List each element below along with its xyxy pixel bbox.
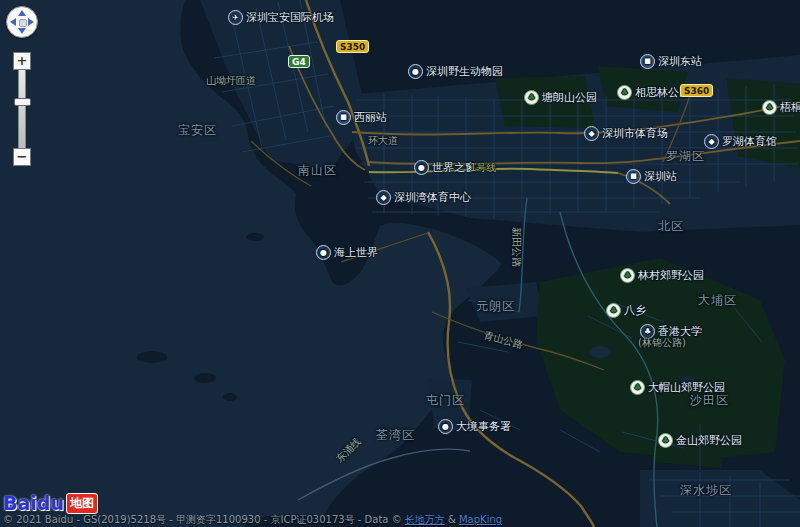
map-label-road: 新田公路 (511, 227, 521, 267)
zoom-in-button[interactable]: + (13, 52, 31, 70)
pan-right-arrow[interactable] (28, 18, 34, 26)
zoom-slider-track[interactable] (18, 70, 26, 148)
map-label-district: 南山区 (298, 164, 337, 176)
map-label-road: 东涌线 (334, 436, 362, 464)
map-label-poi[interactable]: ◆深圳市体育场 (584, 126, 668, 141)
map-label-district: 元朗区 (476, 300, 515, 312)
poi-icon: ● (438, 419, 453, 434)
pan-up-arrow[interactable] (18, 10, 26, 16)
map-label-road: 环大道 (368, 136, 398, 146)
poi-label-text: 深圳湾体育中心 (394, 192, 471, 203)
map-label-park[interactable]: ♣塘朗山公园 (524, 90, 597, 105)
district-label-text: 罗湖区 (666, 150, 705, 162)
tree-icon: ♣ (524, 90, 539, 105)
tree-icon: ♣ (620, 268, 635, 283)
map-label-park[interactable]: ♣八乡 (606, 303, 646, 318)
map-label-district: 沙田区 (690, 394, 729, 406)
poi-label-text: 海上世界 (334, 247, 378, 258)
poi-icon: ● (414, 160, 429, 175)
map-label-poi[interactable]: ◆深圳湾体育中心 (376, 190, 471, 205)
park-label-text: 塘朗山公园 (542, 92, 597, 103)
tree-icon: ♣ (606, 303, 621, 318)
park-label-text: 林村郊野公园 (638, 270, 704, 281)
park-label-text: 金山郊野公园 (676, 435, 742, 446)
pan-center-button[interactable] (19, 19, 27, 27)
poi-label-text: 罗湖体育馆 (722, 136, 777, 147)
map-label-poi[interactable]: ●深圳野生动物园 (408, 64, 503, 79)
map-label-road: (林锦公路) (638, 338, 686, 348)
metro-label-text: 1号线 (470, 163, 496, 173)
map-label-district: 荃湾区 (376, 429, 415, 441)
changdiwanfang-link[interactable]: 长地万方 (405, 514, 445, 525)
road-shield-S350: S350 (336, 40, 369, 53)
map-label-station[interactable]: ■西丽站 (336, 110, 387, 125)
poi-label-text: 深圳宝安国际机场 (246, 12, 334, 23)
road-shield-S360: S360 (680, 84, 713, 97)
district-label-text: 元朗区 (476, 300, 515, 312)
map-label-district: 深水埗区 (680, 484, 732, 496)
poi-label-text: 大境事务署 (456, 421, 511, 432)
pan-left-arrow[interactable] (10, 18, 16, 26)
stadium-icon: ◆ (704, 134, 719, 149)
train-icon: ■ (640, 54, 655, 69)
map-label-district: 罗湖区 (666, 150, 705, 162)
poi-label-text: 深圳野生动物园 (426, 66, 503, 77)
map-label-station[interactable]: ■深圳站 (626, 169, 677, 184)
attribution-separator: & (445, 514, 459, 525)
stadium-icon: ◆ (584, 126, 599, 141)
pan-down-arrow[interactable] (18, 28, 26, 34)
map-label-park[interactable]: ♣林村郊野公园 (620, 268, 704, 283)
road-label-text: 新田公路 (511, 227, 521, 267)
map-label-poi[interactable]: ●世界之窗 (414, 160, 476, 175)
map-label-station[interactable]: ■深圳东站 (640, 54, 702, 69)
tree-icon: ♣ (630, 380, 645, 395)
park-label-text: 八乡 (624, 305, 646, 316)
map-labels-layer: ✈深圳宝安国际机场山坳圩匝道■西丽站●深圳野生动物园♣塘朗山公园♣相思林公园■深… (0, 0, 800, 527)
poi-label-text: 香港大学 (658, 326, 702, 337)
poi-label-text: 深圳市体育场 (602, 128, 668, 139)
baidu-map-badge: 地图 (66, 493, 98, 514)
station-label-text: 深圳站 (644, 171, 677, 182)
zoom-slider-thumb[interactable] (14, 98, 31, 106)
plane-icon: ✈ (228, 10, 243, 25)
map-label-district: 大埔区 (698, 294, 737, 306)
map-label-park[interactable]: ♣梧桐 (762, 100, 800, 115)
mapking-link[interactable]: MapKing (459, 514, 502, 525)
map-label-poi[interactable]: ✈深圳宝安国际机场 (228, 10, 334, 25)
district-label-text: 沙田区 (690, 394, 729, 406)
map-label-road: 山坳圩匝道 (206, 76, 256, 86)
baidu-logo[interactable]: Baidu 地图 (3, 492, 98, 514)
road-label-text: (林锦公路) (638, 338, 686, 348)
district-label-text: 大埔区 (698, 294, 737, 306)
station-label-text: 西丽站 (354, 112, 387, 123)
baidu-wordmark: Baidu (3, 492, 64, 514)
map-label-district: 北区 (658, 220, 684, 232)
train-icon: ■ (336, 110, 351, 125)
road-shield-G4: G4 (288, 55, 310, 68)
road-label-text: 青山公路 (483, 330, 524, 350)
train-icon: ■ (626, 169, 641, 184)
tree-icon: ♣ (617, 85, 632, 100)
map-label-poi[interactable]: ●海上世界 (316, 245, 378, 260)
district-label-text: 南山区 (298, 164, 337, 176)
copyright-text: © 2021 Baidu - GS(2019)5218号 - 甲测资字11009… (3, 514, 405, 525)
station-label-text: 深圳东站 (658, 56, 702, 67)
tree-icon: ♣ (762, 100, 777, 115)
road-label-text: 东涌线 (334, 436, 362, 464)
park-label-text: 梧桐 (780, 102, 800, 113)
map-label-park[interactable]: ♣金山郊野公园 (658, 433, 742, 448)
map-label-metro: 1号线 (470, 163, 496, 173)
park-label-text: 大帽山郊野公园 (648, 382, 725, 393)
map-label-district: 屯门区 (426, 394, 465, 406)
district-label-text: 宝安区 (178, 124, 217, 136)
map-label-poi[interactable]: ●大境事务署 (438, 419, 511, 434)
road-label-text: 山坳圩匝道 (206, 76, 256, 86)
poi-icon: ● (408, 64, 423, 79)
map-label-road: 青山公路 (483, 330, 524, 350)
zoom-out-button[interactable]: − (13, 148, 31, 166)
map-canvas[interactable]: ✈深圳宝安国际机场山坳圩匝道■西丽站●深圳野生动物园♣塘朗山公园♣相思林公园■深… (0, 0, 800, 527)
map-label-poi[interactable]: ◆罗湖体育馆 (704, 134, 777, 149)
district-label-text: 深水埗区 (680, 484, 732, 496)
pan-control[interactable] (6, 6, 38, 38)
district-label-text: 北区 (658, 220, 684, 232)
